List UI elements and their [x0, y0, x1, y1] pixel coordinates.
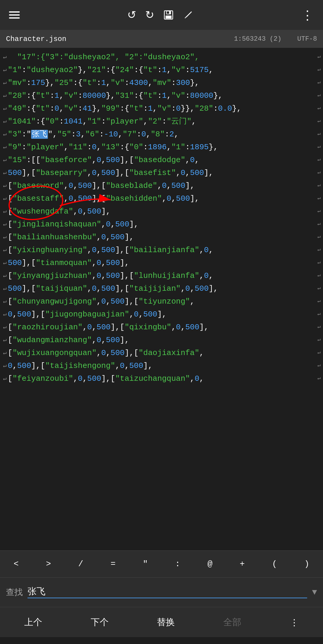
code-line-highlight: ↵ "3":"张飞","5":3,"6":-10,"7":0,"8":2, ↵: [0, 128, 323, 141]
wrap-icon: ↵: [3, 167, 7, 177]
undo-button[interactable]: ↺: [127, 9, 136, 21]
code-line: ↵ ["bailianhuashenbu",0,500], ↵: [0, 231, 323, 244]
wrap-icon: ↵: [3, 334, 7, 345]
wrap-icon: ↵: [3, 77, 7, 87]
code-line: ↵ "1041":{"0":1041,"1":"player","2":"云门"…: [0, 115, 323, 128]
symbol-bar: < > / = " : @ + ( ): [0, 550, 323, 577]
all-button[interactable]: 全部: [214, 613, 250, 631]
code-line: ↵ ["wujixuangongquan",0,500],["daojiaxin…: [0, 347, 323, 360]
search-highlight: 张飞: [31, 130, 48, 139]
sym-plus-button[interactable]: +: [235, 556, 250, 572]
replace-button[interactable]: 替换: [148, 613, 184, 631]
code-line: ↵ 500],["taijiquan",0,500],["taijijian",…: [0, 282, 323, 295]
file-info: 1:563243 (2) UTF-8: [234, 35, 317, 43]
code-line: ↵ "1":"dusheyao2"},"21":{"24":{"t":1,"v"…: [0, 64, 323, 77]
wrap-icon: ↵: [3, 296, 7, 306]
edit-icon: [183, 10, 194, 20]
wrap-icon: ↵: [3, 90, 7, 100]
prev-button[interactable]: 上个: [15, 613, 51, 631]
editor-area[interactable]: ↵ "17":{"3":"dusheyao2", "2":"dusheyao2"…: [0, 48, 323, 550]
search-label: 查找: [6, 587, 23, 598]
wrap-icon: ↵: [3, 193, 7, 203]
code-line: ↵ "9":"player","11":0,"13":{"0":1896,"1"…: [0, 141, 323, 154]
code-line: ↵ 500],["baseparry",0,500],["basefist",0…: [0, 167, 323, 179]
code-line: ↵ ["chunyangwujigong",0,500],["tiyunzong…: [0, 295, 323, 308]
sym-lparen-button[interactable]: (: [267, 556, 282, 572]
sym-lt-button[interactable]: <: [9, 556, 24, 572]
wrap-icon: ↵: [3, 116, 7, 126]
search-input[interactable]: [28, 586, 307, 596]
code-line: ↵ 500],["tianmoquan",0,500], ↵: [0, 257, 323, 270]
action-bar: 上个 下个 替换 全部 ⋮: [0, 607, 323, 637]
wrap-icon: ↵: [3, 283, 7, 293]
search-dropdown-icon[interactable]: ▼: [312, 588, 317, 597]
code-line: ↵ ["feiyanzoubi",0,500],["taizuchangquan…: [0, 372, 323, 385]
code-line: ↵ "28":{"t":1,"v":80000},"31":{"t":1,"v"…: [0, 89, 323, 102]
sym-gt-button[interactable]: >: [41, 556, 56, 572]
wrap-icon: ↵: [3, 244, 7, 255]
code-line: ↵ ["wushengdafa",0,500], ↵: [0, 205, 323, 218]
code-line: ↵ "15":[["baseforce",0,500],["basedodge"…: [0, 154, 323, 167]
code-line: ↵ ["jinglianqishaquan",0,500], ↵: [0, 218, 323, 231]
action-more-button[interactable]: ⋮: [281, 614, 308, 631]
more-button[interactable]: ⋮: [301, 8, 314, 22]
wrap-icon: ↵: [3, 309, 7, 319]
search-bar: 查找 ▼: [0, 577, 323, 607]
wrap-icon: ↵: [3, 347, 7, 357]
hamburger-icon: [9, 11, 20, 19]
code-line: ↵ ["basesword",0,500],["baseblade",0,500…: [0, 179, 323, 192]
file-name: Character.json: [6, 35, 66, 43]
save-icon: [163, 10, 174, 20]
wrap-icon: ↵: [3, 129, 7, 139]
sym-rparen-button[interactable]: ): [300, 556, 314, 572]
toolbar: ↺ ↻ ⋮: [0, 0, 323, 30]
code-line: ↵ ["basestaff",0,500],["basehidden",0,50…: [0, 192, 323, 205]
wrap-icon: ↵: [3, 51, 7, 62]
code-line: ↵ ["yixinghuanying",0,500],["bailianjian…: [0, 244, 323, 257]
wrap-icon: ↵: [3, 257, 7, 267]
wrap-icon: ↵: [3, 103, 7, 113]
search-input-wrapper: [28, 586, 307, 598]
sym-quote-button[interactable]: ": [138, 556, 153, 572]
next-button[interactable]: 下个: [82, 613, 118, 631]
code-line: ↵ ["raozhiroujian",0,500],["qixingbu",0,…: [0, 321, 323, 334]
wrap-icon: ↵: [3, 373, 7, 383]
save-button[interactable]: [163, 10, 174, 20]
wrap-icon: ↵: [3, 270, 7, 280]
edit-button[interactable]: [183, 10, 194, 20]
wrap-icon: ↵: [3, 154, 7, 165]
code-line: ↵ ["yinyangjiuzhuan",0,500],["lunhuijian…: [0, 270, 323, 282]
wrap-icon: ↵: [3, 232, 7, 242]
redo-button[interactable]: ↻: [145, 9, 154, 21]
file-bar: Character.json 1:563243 (2) UTF-8: [0, 30, 323, 48]
wrap-icon: ↵: [3, 64, 7, 74]
menu-button[interactable]: [9, 11, 20, 19]
wrap-icon: ↵: [3, 322, 7, 332]
wrap-icon: ↵: [3, 141, 7, 152]
svg-rect-2: [166, 16, 172, 19]
code-line: ↵ "49":{"t":0,"v":41},"99":{"t":1,"v":0}…: [0, 102, 323, 115]
svg-rect-3: [167, 11, 169, 14]
sym-eq-button[interactable]: =: [106, 556, 120, 572]
wrap-icon: ↵: [3, 360, 7, 370]
sym-at-button[interactable]: @: [203, 556, 217, 572]
code-line: ↵ 0,500],["taijishengong",0,500], ↵: [0, 360, 323, 372]
sym-colon-button[interactable]: :: [170, 556, 185, 572]
code-line: ↵ "17":{"3":"dusheyao2", "2":"dusheyao2"…: [0, 51, 323, 64]
code-line: ↵ ["wudangmianzhang",0,500], ↵: [0, 334, 323, 347]
sym-slash-button[interactable]: /: [73, 556, 88, 572]
wrap-icon: ↵: [3, 180, 7, 190]
code-line: ↵ "mv":175},"25":{"t":1,"v":4300,"mv":30…: [0, 77, 323, 89]
wrap-icon: ↵: [3, 206, 7, 216]
code-line: ↵ 0,500],["jiugongbaguajian",0,500], ↵: [0, 308, 323, 321]
wrap-icon: ↵: [3, 219, 7, 229]
